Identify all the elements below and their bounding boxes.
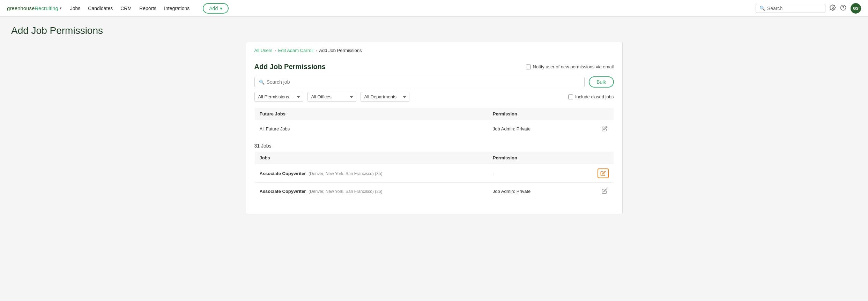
edit-job-button-1[interactable] — [600, 187, 609, 195]
job-permission-1: Job Admin: Private — [488, 183, 588, 200]
future-jobs-section: Future Jobs Permission All Future Jobs J… — [254, 107, 614, 137]
filter-row: 🔍 Bulk — [254, 76, 614, 88]
jobs-header-row: Jobs Permission — [254, 152, 614, 164]
global-search-box[interactable]: 🔍 — [756, 4, 825, 13]
main-content: All Users › Edit Adam Carroll › Add Job … — [0, 42, 868, 225]
jobs-action-col-header — [588, 152, 614, 164]
future-permission-col-header: Permission — [488, 108, 588, 120]
future-job-permission: Job Admin: Private — [488, 120, 588, 137]
breadcrumb-current: Add Job Permissions — [319, 48, 362, 53]
dropdown-row: All Permissions All Offices All Departme… — [254, 92, 614, 102]
logo[interactable]: greenhouse Recruiting ▾ — [7, 5, 62, 11]
bulk-button[interactable]: Bulk — [589, 76, 614, 88]
notify-checkbox-label[interactable]: Notify user of new permissions via email — [526, 64, 614, 69]
table-row: All Future Jobs Job Admin: Private — [254, 120, 614, 137]
top-navigation: greenhouse Recruiting ▾ Jobs Candidates … — [0, 0, 868, 17]
logo-dropdown-icon[interactable]: ▾ — [60, 6, 62, 10]
nav-links: Jobs Candidates CRM Reports Integrations… — [70, 3, 229, 14]
job-name-1: Associate Copywriter (Denver, New York, … — [254, 183, 488, 200]
edit-job-button-0[interactable] — [598, 168, 609, 178]
job-permission-0: - — [488, 164, 588, 183]
logo-recruiting-text: Recruiting — [35, 5, 58, 11]
page-title-area: Add Job Permissions — [0, 17, 868, 42]
settings-icon[interactable] — [830, 5, 836, 12]
edit-future-job-button[interactable] — [600, 125, 609, 133]
table-row: Associate Copywriter (Denver, New York, … — [254, 164, 614, 183]
include-closed-text: Include closed jobs — [575, 94, 614, 99]
future-jobs-table: Future Jobs Permission All Future Jobs J… — [254, 107, 614, 137]
future-action-col-header — [588, 108, 614, 120]
breadcrumb-edit-user[interactable]: Edit Adam Carroll — [278, 48, 313, 53]
jobs-section: Jobs Permission Associate Copywriter (De… — [254, 151, 614, 200]
jobs-link[interactable]: Jobs — [70, 6, 81, 11]
jobs-permission-col-header: Permission — [488, 152, 588, 164]
breadcrumb-all-users[interactable]: All Users — [254, 48, 273, 53]
content-card: All Users › Edit Adam Carroll › Add Job … — [246, 42, 623, 214]
user-avatar[interactable]: GS — [851, 3, 861, 14]
include-closed-checkbox[interactable] — [568, 95, 573, 99]
page-title: Add Job Permissions — [11, 25, 857, 36]
future-jobs-header-row: Future Jobs Permission — [254, 108, 614, 120]
section-header: Add Job Permissions Notify user of new p… — [254, 59, 614, 76]
future-job-name: All Future Jobs — [254, 120, 488, 137]
include-closed-label[interactable]: Include closed jobs — [568, 94, 614, 99]
jobs-col-header: Jobs — [254, 152, 488, 164]
jobs-table: Jobs Permission Associate Copywriter (De… — [254, 151, 614, 200]
reports-link[interactable]: Reports — [139, 6, 156, 11]
crm-link[interactable]: CRM — [120, 6, 132, 11]
future-jobs-col-header: Future Jobs — [254, 108, 488, 120]
section-title: Add Job Permissions — [254, 63, 326, 71]
jobs-count: 31 Jobs — [254, 143, 614, 149]
integrations-link[interactable]: Integrations — [164, 6, 190, 11]
all-permissions-dropdown[interactable]: All Permissions — [254, 92, 303, 102]
job-action-1 — [588, 183, 614, 200]
breadcrumb: All Users › Edit Adam Carroll › Add Job … — [246, 42, 622, 59]
breadcrumb-sep-1: › — [275, 48, 276, 53]
all-offices-dropdown[interactable]: All Offices — [307, 92, 356, 102]
search-job-input[interactable] — [267, 79, 580, 85]
help-icon[interactable] — [840, 5, 846, 12]
search-icon: 🔍 — [759, 6, 765, 11]
job-action-0 — [588, 164, 614, 183]
breadcrumb-sep-2: › — [316, 48, 317, 53]
future-job-action — [588, 120, 614, 137]
table-row: Associate Copywriter (Denver, New York, … — [254, 183, 614, 200]
job-location-0: (Denver, New York, San Francisco) (35) — [309, 171, 382, 176]
notify-checkbox[interactable] — [526, 65, 531, 69]
search-job-box[interactable]: 🔍 — [254, 77, 585, 87]
notify-label-text: Notify user of new permissions via email — [533, 64, 614, 69]
global-search-input[interactable] — [767, 6, 822, 11]
all-departments-dropdown[interactable]: All Departments — [361, 92, 409, 102]
nav-right: 🔍 GS — [756, 3, 861, 14]
logo-greenhouse-text: greenhouse — [7, 5, 35, 11]
svg-point-0 — [832, 7, 834, 8]
job-name-0: Associate Copywriter (Denver, New York, … — [254, 164, 488, 183]
card-inner: Add Job Permissions Notify user of new p… — [246, 59, 622, 214]
job-location-1: (Denver, New York, San Francisco) (36) — [309, 189, 382, 194]
search-job-icon: 🔍 — [259, 80, 265, 85]
candidates-link[interactable]: Candidates — [88, 6, 113, 11]
add-button[interactable]: Add ▾ — [203, 3, 229, 14]
